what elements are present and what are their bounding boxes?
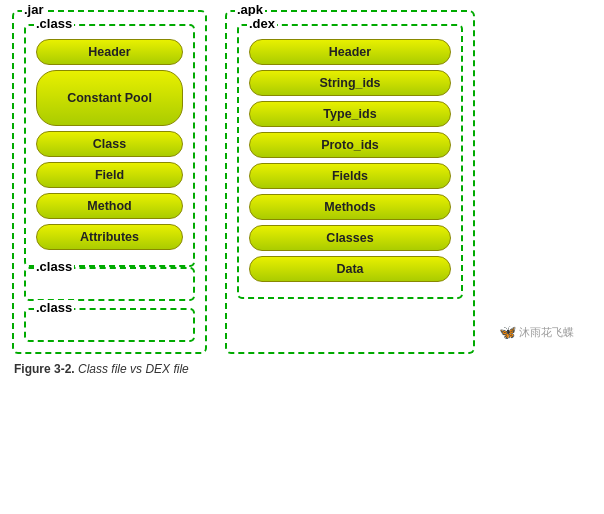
dex-proto-ids-pill: Proto_ids <box>249 132 451 158</box>
dex-string-ids-pill: String_ids <box>249 70 451 96</box>
dex-data-pill: Data <box>249 256 451 282</box>
page-wrapper: .jar .class Header Constant Pool Class F… <box>12 10 592 376</box>
watermark: 🦋 沐雨花飞蝶 <box>499 324 574 340</box>
watermark-text: 沐雨花飞蝶 <box>519 325 574 340</box>
diagram-area: .jar .class Header Constant Pool Class F… <box>12 10 592 354</box>
jar-class-small-2: .class <box>24 308 195 342</box>
dex-inner-box: .dex Header String_ids Type_ids Proto_id… <box>237 24 463 299</box>
jar-method-pill: Method <box>36 193 183 219</box>
dex-inner-label: .dex <box>247 16 277 31</box>
dex-type-ids-pill: Type_ids <box>249 101 451 127</box>
figure-label: Figure 3-2. <box>14 362 75 376</box>
jar-class-pill: Class <box>36 131 183 157</box>
jar-class-small-2-label: .class <box>34 300 74 315</box>
jar-attributes-pill: Attributes <box>36 224 183 250</box>
apk-label: .apk <box>235 2 265 17</box>
apk-container: .apk .dex Header String_ids Type_ids Pro… <box>225 10 485 354</box>
jar-constant-pool-pill: Constant Pool <box>36 70 183 126</box>
jar-outer-box: .jar .class Header Constant Pool Class F… <box>12 10 207 354</box>
jar-class-small-1: .class <box>24 267 195 301</box>
figure-caption: Figure 3-2. Class file vs DEX file <box>12 362 592 376</box>
jar-class-inner-box: .class Header Constant Pool Class Field … <box>24 24 195 267</box>
apk-outer-box: .apk .dex Header String_ids Type_ids Pro… <box>225 10 475 354</box>
watermark-icon: 🦋 <box>499 324 516 340</box>
dex-fields-pill: Fields <box>249 163 451 189</box>
jar-container: .jar .class Header Constant Pool Class F… <box>12 10 207 354</box>
dex-header-pill: Header <box>249 39 451 65</box>
jar-field-pill: Field <box>36 162 183 188</box>
jar-class-small-1-label: .class <box>34 259 74 274</box>
figure-text: Class file vs DEX file <box>78 362 189 376</box>
jar-header-pill: Header <box>36 39 183 65</box>
dex-methods-pill: Methods <box>249 194 451 220</box>
jar-label: .jar <box>22 2 46 17</box>
jar-class-inner-label: .class <box>34 16 74 31</box>
dex-classes-pill: Classes <box>249 225 451 251</box>
